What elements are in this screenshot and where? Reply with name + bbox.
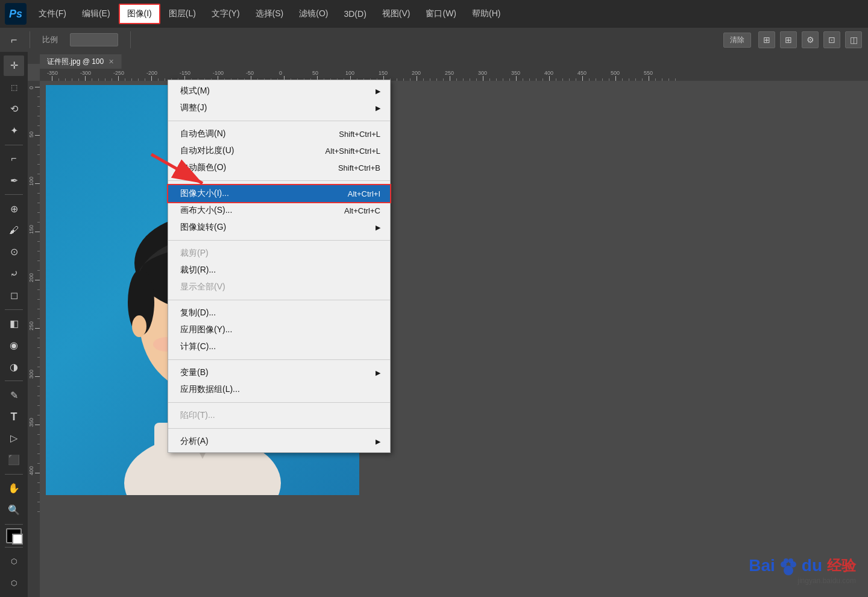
tool-pen[interactable]: ✎ xyxy=(4,385,24,405)
tool-lasso[interactable]: ⟲ xyxy=(4,99,24,119)
menu-trap: 陷印(T)... xyxy=(168,407,390,424)
menu-auto-tone-label: 自动色调(N) xyxy=(180,128,225,139)
menu-item-filter[interactable]: 滤镜(O) xyxy=(292,5,335,23)
tool-type[interactable]: T xyxy=(4,406,24,427)
menu-adjust-arrow: ▶ xyxy=(376,104,380,112)
menu-apply-image[interactable]: 应用图像(Y)... xyxy=(168,321,390,338)
menu-duplicate[interactable]: 复制(D)... xyxy=(168,305,390,321)
canvas-tab-label: 证件照.jpg @ 100 xyxy=(47,57,104,67)
menu-duplicate-label: 复制(D)... xyxy=(180,308,216,318)
menu-mode-label: 模式(M) xyxy=(180,86,210,96)
menu-analysis-label: 分析(A) xyxy=(180,436,209,447)
menu-auto-color[interactable]: 自动颜色(O) Shift+Ctrl+B xyxy=(168,159,390,176)
menu-image-rotate[interactable]: 图像旋转(G) ▶ xyxy=(168,219,390,236)
menu-canvas-size[interactable]: 画布大小(S)... Alt+Ctrl+C xyxy=(168,202,390,219)
svg-point-25 xyxy=(788,558,793,563)
tool-extra-b[interactable]: ⬡ xyxy=(4,573,24,593)
menu-item-layer[interactable]: 图层(L) xyxy=(162,5,203,23)
ruler-h xyxy=(40,69,868,81)
menu-auto-contrast[interactable]: 自动对比度(U) Alt+Shift+Ctrl+L xyxy=(168,142,390,159)
menu-item-select[interactable]: 选择(S) xyxy=(248,5,291,23)
tool-blur[interactable]: ◉ xyxy=(4,335,24,356)
image-menu: 模式(M) ▶ 调整(J) ▶ 自动色调(N) Shift+Ctrl+L xyxy=(168,80,391,453)
tool-hand[interactable]: ✋ xyxy=(4,478,24,499)
menu-item-view[interactable]: 视图(V) xyxy=(375,5,418,23)
tool-gradient[interactable]: ◧ xyxy=(4,314,24,334)
toolbar-clear-btn[interactable]: 清除 xyxy=(723,33,751,48)
main-area: ✛ ⬚ ⟲ ✦ ⌐ ✒ ⊕ 🖌 ⊙ ⤾ ◻ ◧ ◉ ◑ ✎ T ▷ ⬛ ✋ 🔍 … xyxy=(0,52,868,597)
baidu-watermark: Bai du 经验 jingyan.baidu.com xyxy=(749,555,856,585)
toolbar-extra-icon[interactable]: ◫ xyxy=(845,31,862,48)
menu-item-3d[interactable]: 3D(D) xyxy=(336,5,373,22)
menu-auto-color-shortcut: Shift+Ctrl+B xyxy=(338,163,380,172)
baidu-paw-icon xyxy=(778,555,799,576)
tool-selection[interactable]: ⬚ xyxy=(4,77,24,98)
menu-apply-dataset[interactable]: 应用数据组(L)... xyxy=(168,381,390,398)
tool-heal[interactable]: ⊕ xyxy=(4,198,24,219)
menu-canvas-size-shortcut: Alt+Ctrl+C xyxy=(344,206,380,215)
ruler-corner xyxy=(28,52,40,64)
menu-adjust[interactable]: 调整(J) ▶ xyxy=(168,100,390,116)
menu-image-rotate-label: 图像旋转(G) xyxy=(180,222,226,233)
menu-analysis[interactable]: 分析(A) ▶ xyxy=(168,433,390,450)
tool-path[interactable]: ▷ xyxy=(4,428,24,449)
toolbar-crop-icon[interactable]: ⌐ xyxy=(6,31,22,49)
tool-zoom[interactable]: 🔍 xyxy=(4,500,24,520)
toolbar-proportion-label: 比例 xyxy=(37,32,63,48)
svg-point-15 xyxy=(132,315,146,337)
tool-history[interactable]: ⤾ xyxy=(4,264,24,284)
menu-adjust-label: 调整(J) xyxy=(180,103,207,113)
tool-stamp[interactable]: ⊙ xyxy=(4,242,24,262)
menu-auto-tone[interactable]: 自动色调(N) Shift+Ctrl+L xyxy=(168,125,390,142)
menu-crop-label: 裁剪(P) xyxy=(180,248,209,259)
tab-bar: 证件照.jpg @ 100 ✕ xyxy=(40,52,868,69)
tab-close-icon[interactable]: ✕ xyxy=(108,58,114,66)
menu-trim[interactable]: 裁切(R)... xyxy=(168,262,390,279)
menu-item-image[interactable]: 图像(I) xyxy=(119,4,160,24)
ps-logo-text: Ps xyxy=(9,8,22,21)
divider-6 xyxy=(168,402,390,403)
tool-extra-a[interactable]: ⬡ xyxy=(4,551,24,572)
menu-auto-color-label: 自动颜色(O) xyxy=(180,162,226,173)
menu-section-5: 复制(D)... 应用图像(Y)... 计算(C)... xyxy=(168,302,390,358)
menu-bar: Ps 文件(F) 编辑(E) 图像(I) 图层(L) 文字(Y) 选择(S) 滤… xyxy=(0,0,868,28)
tool-brush[interactable]: 🖌 xyxy=(4,220,24,241)
menu-section-3: 图像大小(I)... Alt+Ctrl+I 画布大小(S)... Alt+Ctr… xyxy=(168,183,390,238)
menu-calculations[interactable]: 计算(C)... xyxy=(168,338,390,355)
divider-3 xyxy=(168,240,390,241)
divider-4 xyxy=(168,300,390,300)
menu-variables[interactable]: 变量(B) ▶ xyxy=(168,364,390,381)
toolbar-straighten-icon[interactable]: ⊞ xyxy=(758,31,775,48)
canvas-tab[interactable]: 证件照.jpg @ 100 ✕ xyxy=(40,54,122,69)
canvas-area: 证件照.jpg @ 100 ✕ xyxy=(28,52,868,597)
ruler-v xyxy=(28,81,40,597)
tool-dodge[interactable]: ◑ xyxy=(4,356,24,377)
tool-eraser[interactable]: ◻ xyxy=(4,285,24,306)
menu-reveal-all: 显示全部(V) xyxy=(168,279,390,295)
baidu-url: jingyan.baidu.com xyxy=(797,576,856,585)
tool-crop[interactable]: ⌐ xyxy=(4,149,24,169)
menu-item-window[interactable]: 窗口(W) xyxy=(418,5,464,23)
tool-move[interactable]: ✛ xyxy=(4,55,24,76)
menu-crop: 裁剪(P) xyxy=(168,245,390,262)
menu-item-type[interactable]: 文字(Y) xyxy=(204,5,247,23)
menu-section-7: 陷印(T)... xyxy=(168,405,390,426)
menu-auto-tone-shortcut: Shift+Ctrl+L xyxy=(339,130,380,139)
menu-item-help[interactable]: 帮助(H) xyxy=(465,5,508,23)
menu-canvas-size-label: 画布大小(S)... xyxy=(180,205,232,216)
menu-mode[interactable]: 模式(M) ▶ xyxy=(168,83,390,100)
menu-reveal-label: 显示全部(V) xyxy=(180,282,225,292)
tool-magic[interactable]: ✦ xyxy=(4,121,24,141)
toolbar-settings-icon[interactable]: ⚙ xyxy=(802,31,819,48)
menu-item-edit[interactable]: 编辑(E) xyxy=(75,5,118,23)
tool-eyedropper[interactable]: ✒ xyxy=(4,170,24,191)
menu-auto-contrast-label: 自动对比度(U) xyxy=(180,145,234,156)
menu-auto-contrast-shortcut: Alt+Shift+Ctrl+L xyxy=(326,147,380,156)
toolbar-transform-icon[interactable]: ⊡ xyxy=(823,31,840,48)
tool-shape[interactable]: ⬛ xyxy=(4,450,24,470)
toolbar-grid-icon[interactable]: ⊞ xyxy=(780,31,797,48)
menu-analysis-arrow: ▶ xyxy=(376,438,380,446)
menu-item-file[interactable]: 文件(F) xyxy=(31,5,74,23)
tool-fg-color[interactable] xyxy=(6,528,22,544)
menu-image-size[interactable]: 图像大小(I)... Alt+Ctrl+I xyxy=(168,185,390,202)
